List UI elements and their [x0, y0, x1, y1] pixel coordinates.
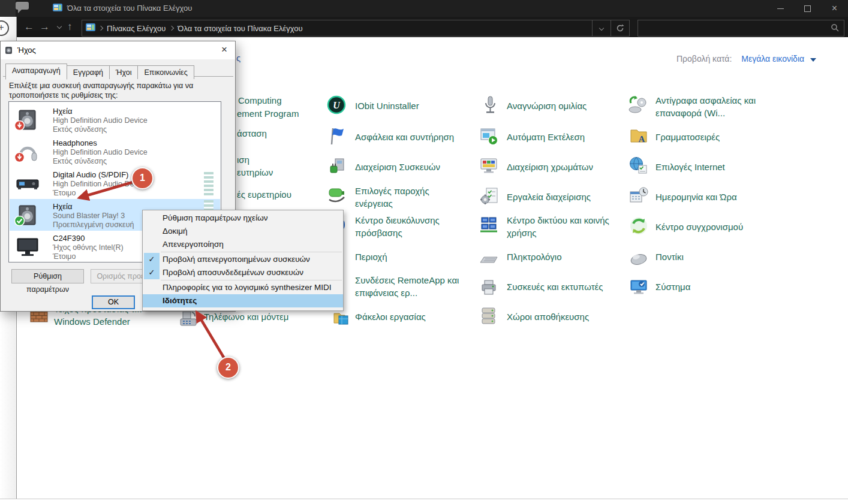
menu-item[interactable]: ✓Προβολή απενεργοποιημένων συσκευών [143, 253, 343, 266]
menu-item[interactable]: ✓Προβολή αποσυνδεδεμένων συσκευών [143, 266, 343, 279]
sound-dialog-description: Επιλέξτε μια συσκευή αναπαραγωγής παρακά… [9, 81, 220, 100]
address-toolbar: ← → ↑ Πίνακας Ελέγχου Όλα τα στοιχεία το… [0, 17, 848, 37]
headphones-icon [16, 140, 40, 164]
grid-item-label[interactable]: Γραμματοσειρές [655, 131, 720, 143]
grid-item-label[interactable]: Διαχείριση χρωμάτων [507, 161, 593, 173]
backup-icon [627, 95, 648, 115]
grid-item-label[interactable]: Κέντρο διευκόλυνσηςπρόσβασης [355, 214, 440, 239]
grid-item-label[interactable]: Ημερομηνία και Ώρα [655, 191, 737, 203]
grid-item-label[interactable]: Πληκτρολόγιο [507, 251, 561, 263]
power-icon [326, 185, 347, 205]
device-status: Προεπιλεγμένη συσκευή [53, 221, 134, 229]
sound-dialog-close-icon[interactable]: × [213, 41, 235, 59]
menu-item[interactable]: Απενεργοποίηση [143, 238, 343, 251]
view-by-value[interactable]: Μεγάλα εικονίδια [741, 54, 804, 64]
device-description: Ήχος οθόνης Intel(R) [53, 243, 124, 252]
grid-item-label[interactable]: Συσκευές και εκτυπωτές [507, 280, 603, 293]
maximize-button[interactable] [794, 0, 821, 17]
chevron-down-icon[interactable] [810, 58, 816, 62]
clipped-grid-label: ement Program [237, 108, 299, 119]
grid-item-label[interactable]: Διαχείριση Συσκευών [355, 161, 440, 173]
grid-item-label[interactable]: Σύστημα [655, 280, 690, 293]
refresh-icon [616, 24, 624, 32]
device-description: High Definition Audio Device [53, 148, 148, 156]
control-panel-window: Όλα τα στοιχεία του Πίνακα Ελέγχου × ← →… [0, 0, 848, 504]
search-box[interactable] [637, 20, 844, 37]
storage-icon [479, 306, 499, 326]
recent-pages-chevron-icon[interactable] [57, 24, 62, 29]
clipped-grid-label: ευτηρίων [237, 167, 273, 177]
grid-item-label[interactable]: Επιλογές Internet [655, 161, 725, 173]
device-row[interactable]: Digital Audio (S/PDIF)High Definition Au… [10, 167, 220, 199]
menu-item[interactable]: Δοκιμή [143, 225, 343, 238]
color-management-icon [479, 156, 499, 176]
close-button[interactable]: × [821, 0, 848, 17]
microphone-icon [480, 95, 500, 115]
keyboard-icon [479, 248, 499, 268]
device-status: Έτοιμο [53, 189, 76, 197]
plus-circle-icon: + [0, 20, 9, 36]
breadcrumb[interactable]: Πίνακας Ελέγχου Όλα τα στοιχεία του Πίνα… [82, 20, 630, 37]
breadcrumb-root[interactable]: Πίνακας Ελέγχου [103, 24, 170, 33]
grid-item-label[interactable]: Αναγνώριση ομιλίας [507, 99, 587, 112]
grid-item-label[interactable]: Φάκελοι εργασίας [355, 310, 426, 323]
menu-item[interactable]: Ρύθμιση παραμέτρων ηχείων [143, 212, 343, 225]
tab-3[interactable]: Επικοινωνίες [137, 65, 194, 79]
speech-bubble-tail [18, 9, 22, 13]
grid-item-label[interactable]: Εργαλεία διαχείρισης [507, 191, 591, 203]
grid-item-label[interactable]: Περιοχή [355, 251, 387, 263]
tab-playback[interactable]: Αναπαραγωγή [5, 64, 67, 80]
set-default-button[interactable]: Ορισμός προε [91, 269, 151, 283]
grid-item-label[interactable]: Συνδέσεις RemoteApp καιεπιφάνειας ερ... [355, 274, 459, 299]
tab-1[interactable]: Εγγραφή [67, 65, 110, 79]
menu-separator [161, 280, 342, 280]
device-name: C24F390 [53, 234, 85, 243]
forward-icon[interactable]: → [40, 20, 50, 34]
svg-text:A: A [639, 134, 645, 144]
device-row[interactable]: HeadphonesHigh Definition Audio DeviceΕκ… [10, 135, 220, 167]
minimize-button[interactable] [767, 0, 794, 17]
grid-item-label[interactable]: Τηλέφωνο και μόντεμ [204, 310, 288, 323]
device-name: Ηχεία [53, 107, 72, 116]
window-title: Όλα τα στοιχεία του Πίνακα Ελέγχου [67, 4, 192, 13]
grid-item-label[interactable]: Αντίγραφα ασφαλείας καιεπαναφορά (Wi... [655, 94, 756, 119]
clipped-grid-label: Computing [238, 95, 282, 105]
menu-item-label: Πληροφορίες για το λογισμικό synthesizer… [163, 281, 331, 294]
menu-item-label: Ρύθμιση παραμέτρων ηχείων [163, 212, 267, 225]
breadcrumb-current[interactable]: Όλα τα στοιχεία του Πίνακα Ελέγχου [173, 24, 306, 33]
window-bottom-border [0, 499, 848, 499]
grid-item-label[interactable]: Ασφάλεια και συντήρηση [355, 131, 454, 143]
back-icon[interactable]: ← [24, 20, 34, 34]
device-name: Digital Audio (S/PDIF) [53, 170, 128, 179]
up-icon[interactable]: ↑ [67, 20, 73, 34]
grid-item-label[interactable]: IObit Uninstaller [355, 99, 419, 112]
menu-item[interactable]: Ιδιότητες [143, 294, 343, 307]
checkmark-icon: ✓ [144, 253, 160, 266]
grid-item-label[interactable]: Κέντρο δικτύου και κοινήςχρήσης [507, 214, 609, 239]
grid-item-label[interactable]: Αυτόματη Εκτέλεση [507, 131, 585, 143]
address-dropdown-button[interactable] [592, 20, 611, 36]
search-input[interactable] [642, 22, 824, 35]
menu-item[interactable]: Πληροφορίες για το λογισμικό synthesizer… [143, 281, 343, 294]
speaker-icon [16, 203, 40, 227]
work-folders-icon [331, 308, 351, 328]
refresh-button[interactable] [611, 20, 629, 36]
menu-item-label: Προβολή απενεργοποιημένων συσκευών [163, 253, 310, 266]
view-by-control: Προβολή κατά: Μεγάλα εικονίδια [676, 54, 816, 64]
device-status: Εκτός σύνδεσης [53, 157, 107, 165]
system-icon [629, 277, 649, 297]
grid-item-label[interactable]: Επιλογές παροχήςενέργειας [355, 185, 429, 210]
minimize-icon [777, 8, 784, 9]
grid-item-label[interactable]: Ποντίκι [655, 251, 684, 263]
grid-item-label[interactable]: Χώροι αποθήκευσης [507, 310, 589, 323]
device-status: Εκτός σύνδεσης [53, 125, 107, 134]
datetime-icon [629, 186, 649, 206]
svg-text:U: U [333, 100, 341, 110]
background-window-corner [0, 0, 16, 17]
ok-button[interactable]: OK [92, 295, 135, 309]
device-row[interactable]: ΗχείαHigh Definition Audio DeviceΕκτός σ… [10, 104, 220, 135]
sound-dialog-title: Ήχος [17, 46, 36, 55]
configure-button[interactable]: Ρύθμιση παραμέτρων [11, 269, 84, 283]
tab-2[interactable]: Ήχοι [109, 65, 138, 79]
grid-item-label[interactable]: Κέντρο συγχρονισμού [655, 221, 743, 233]
